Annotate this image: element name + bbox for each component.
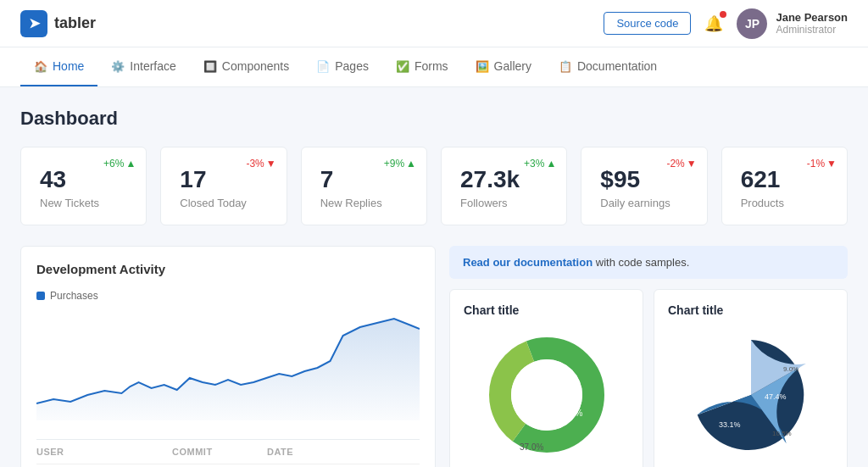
notification-bell[interactable]: 🔔 [704,14,723,33]
user-name: Jane Pearson [776,11,848,24]
user-info: JP Jane Pearson Administrator [737,8,848,39]
donut-label-63: 63.0% [559,409,582,418]
stat-value-followers: 27.3k [460,166,548,193]
pie-label-10: 10.5% [772,430,792,437]
col-user: USER [36,447,172,457]
pie-label-33: 33.1% [719,420,741,429]
pie-chart-2: 47.4% 33.1% 10.5% 9.0% [668,327,833,463]
nav-item-gallery[interactable]: 🖼️ Gallery [462,47,545,86]
nav-item-home[interactable]: 🏠 Home [20,47,97,86]
nav-label-pages: Pages [335,59,369,73]
source-code-button[interactable]: Source code [604,12,691,35]
line-chart-svg [36,310,420,420]
badge-value: +3% [524,158,544,170]
stat-daily-earnings: -2% ▼ $95 Daily earnings [581,147,707,225]
col-action [386,447,420,457]
stat-label-daily-earnings: Daily earnings [600,197,687,209]
stat-products: -1% ▼ 621 Products [721,147,848,225]
content-row: Development Activity Purchases [20,246,848,467]
doc-notice-bold: Read our documentation [463,256,593,269]
avatar: JP [737,8,767,39]
stat-closed-today: -3% ▼ 17 Closed Today [160,147,287,225]
badge-value: +9% [384,158,404,170]
chart-card-1: Chart title 37.0% 63.0% [449,289,643,467]
table-header: USER COMMIT DATE [36,439,420,464]
nav-label-interface: Interface [130,59,175,73]
chart-title-2: Chart title [668,303,833,317]
donut-label-37: 37.0% [520,442,543,452]
line-chart-area [36,310,420,429]
doc-notice-rest: with code samples. [596,256,690,269]
col-date: DATE [267,447,386,457]
user-text: Jane Pearson Administrator [776,11,848,36]
chart-card-2: Chart title [654,289,848,467]
stat-label-new-tickets: New Tickets [40,197,127,209]
stat-badge-products: -1% ▼ [807,158,837,170]
stat-badge-followers: +3% ▲ [524,158,556,170]
badge-value: -3% [246,158,264,170]
stat-new-tickets: +6% ▲ 43 New Tickets [20,147,147,225]
stat-value-new-replies: 7 [320,166,408,193]
arrow-up-icon: ▲ [406,158,416,170]
nav-label-gallery: Gallery [494,59,531,73]
chart-fill [36,319,420,420]
nav-item-documentation[interactable]: 📋 Documentation [545,47,670,86]
badge-value: +6% [103,158,124,170]
stat-label-closed-today: Closed Today [180,197,267,209]
interface-icon: ⚙️ [111,60,125,73]
logo-text: tabler [54,14,96,32]
logo-icon: ➤ [20,10,47,37]
stat-badge-daily-earnings: -2% ▼ [666,158,696,170]
nav-item-components[interactable]: 🔲 Components [190,47,303,86]
nav-item-interface[interactable]: ⚙️ Interface [97,47,189,86]
stat-label-products: Products [741,197,828,209]
stat-value-products: 621 [741,166,828,193]
pie-svg-2: 47.4% 33.1% 10.5% 9.0% [683,327,819,463]
pages-icon: 📄 [316,60,330,73]
right-panel: Read our documentation with code samples… [449,246,848,467]
notification-badge [720,11,726,18]
pie-label-9: 9.0% [783,365,798,373]
stat-value-closed-today: 17 [180,166,267,193]
stat-badge-new-tickets: +6% ▲ [103,158,136,170]
table-row: RB Ronald Bradley Initial commit May 6, … [36,464,420,467]
page-title: Dashboard [20,108,848,130]
home-icon: 🏠 [34,60,47,73]
stat-badge-closed-today: -3% ▼ [246,158,275,170]
activity-card: Development Activity Purchases [20,246,436,467]
activity-title: Development Activity [36,262,420,276]
stats-row: +6% ▲ 43 New Tickets -3% ▼ 17 Closed Tod… [20,147,848,225]
legend-label: Purchases [50,290,98,302]
chart-title-1: Chart title [464,303,629,317]
stat-new-replies: +9% ▲ 7 New Replies [301,147,427,225]
donut-svg-1: 37.0% 63.0% [479,327,615,463]
charts-row: Chart title 37.0% 63.0% Ch [449,289,848,467]
forms-icon: ✅ [396,60,409,73]
nav-item-pages[interactable]: 📄 Pages [303,47,382,86]
doc-notice: Read our documentation with code samples… [449,246,848,279]
stat-followers: +3% ▲ 27.3k Followers [441,147,567,225]
nav-item-forms[interactable]: ✅ Forms [382,47,462,86]
nav: 🏠 Home ⚙️ Interface 🔲 Components 📄 Pages… [0,47,868,87]
nav-label-forms: Forms [415,59,448,73]
svg-point-2 [511,359,582,431]
col-commit: COMMIT [172,447,267,457]
arrow-down-icon: ▼ [826,158,837,170]
header: ➤ tabler Source code 🔔 JP Jane Pearson A… [0,0,868,47]
main-content: Dashboard +6% ▲ 43 New Tickets -3% ▼ 17 … [0,87,868,467]
nav-label-home: Home [53,59,84,73]
donut-chart-1: 37.0% 63.0% [464,327,629,463]
nav-label-components: Components [222,59,289,73]
pie-label-47: 47.4% [765,392,787,401]
arrow-down-icon: ▼ [687,158,697,170]
nav-label-documentation: Documentation [577,59,657,73]
arrow-down-icon: ▼ [266,158,276,170]
stat-label-followers: Followers [460,197,548,209]
logo: ➤ tabler [20,10,96,37]
badge-value: -1% [807,158,825,170]
stat-label-new-replies: New Replies [320,197,408,209]
documentation-icon: 📋 [559,60,572,73]
arrow-up-icon: ▲ [125,158,136,170]
header-actions: Source code 🔔 JP Jane Pearson Administra… [604,8,848,39]
gallery-icon: 🖼️ [476,60,489,73]
